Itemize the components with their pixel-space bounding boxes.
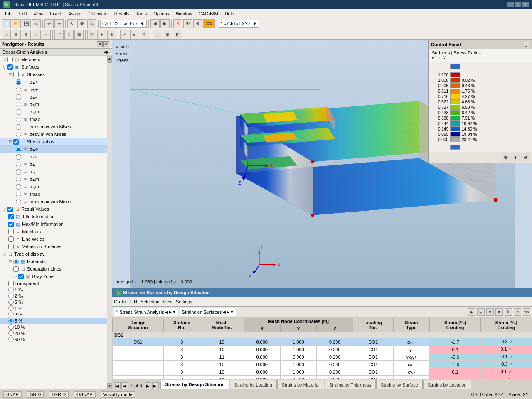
maximize-button[interactable]: □ [515, 2, 521, 7]
move-button[interactable]: ✥ [77, 19, 86, 28]
tree-rv-members[interactable]: ≡ Members [0, 228, 107, 235]
redo-button[interactable]: ↪ [54, 19, 64, 28]
title-bar-controls[interactable]: ─ □ ✕ [507, 2, 529, 7]
tree-sr-sigma1plus[interactable]: ≡ σ₁,+ [0, 145, 107, 153]
tb2-snap2[interactable]: ∔ [97, 30, 106, 39]
table-selection[interactable]: Selection [140, 299, 159, 304]
undo-button[interactable]: ↩ [44, 19, 54, 28]
sr-sigma1minus-radio[interactable] [16, 162, 21, 167]
cp-reset-button[interactable]: ↺ [521, 153, 530, 162]
tree-sigma2plus[interactable]: ≡ σ₂,+ [0, 86, 107, 93]
menu-cadbim[interactable]: CAD-BIM [195, 10, 221, 17]
vonmises-max-radio[interactable] [16, 124, 21, 130]
cp-settings-button[interactable]: ⚙ [501, 153, 510, 162]
tree-stress-ratios[interactable]: ▽ ≡ Stress Ratios [0, 138, 107, 145]
sr-sigma2plus-radio[interactable] [16, 154, 21, 160]
tb2-btn3[interactable]: ⊟ [22, 30, 31, 39]
table-btn5[interactable]: ✎ [505, 308, 512, 316]
title-info-checkbox[interactable] [8, 214, 14, 219]
tree-sr-sigma2minus[interactable]: ≡ σ₂,- [0, 168, 107, 175]
tb2-view3[interactable]: ▦ [74, 30, 84, 39]
tb2-snap1[interactable]: ◎ [87, 30, 96, 39]
tree-2pct[interactable]: 2 % [0, 311, 107, 318]
nav-left-arrow[interactable]: ◀ [103, 50, 106, 54]
stress-ratios-expand-icon[interactable]: ▽ [7, 139, 12, 144]
sigma2plus-radio[interactable] [16, 87, 21, 92]
open-button[interactable]: 📂 [12, 19, 21, 28]
sr-sigma2minus-radio[interactable] [16, 169, 21, 175]
sr-sigma1plus-radio[interactable] [16, 147, 21, 152]
tree-separation-lines[interactable]: ⊟ Separation Lines [0, 265, 107, 273]
table-btn3[interactable]: ≡ [486, 308, 494, 316]
table-row-5[interactable]: 3 11 0.000 0.500 0.290 CO1 ... ... ... ✓ [113, 376, 532, 379]
tree-sr-sigma1m[interactable]: ≡ σ₁,m [0, 175, 107, 183]
table-row-0[interactable]: DS1 3 10 0.000 1.000 0.290 CO1 εx,+ -1.7… [113, 338, 532, 346]
table-analysis-down[interactable]: ▼ [172, 310, 176, 314]
tree-sigma1m[interactable]: ≡ σ₂,m [0, 108, 107, 116]
osnap-button[interactable]: OSNAP [74, 391, 96, 398]
tb2-view2[interactable]: □ [64, 30, 74, 39]
hide-button[interactable]: 👁 [183, 19, 192, 28]
sr-vonmises-radio[interactable] [16, 199, 21, 204]
separation-lines-checkbox[interactable] [13, 266, 19, 272]
lc-dropdown[interactable]: Gg LC2 Live load ▼ [100, 20, 147, 28]
tree-sigma1minus[interactable]: ≡ σ₁,- [0, 93, 107, 101]
table-btn2[interactable]: ⊟ [477, 308, 485, 316]
prev-lc-button[interactable]: ◀ [150, 19, 160, 28]
tb2-btn2[interactable]: ⊞ [12, 30, 21, 39]
tab-loading[interactable]: Strains by Loading [230, 380, 277, 389]
tree-transparent[interactable]: Transparent [0, 280, 107, 286]
sr-sigma2m-radio[interactable] [16, 184, 21, 190]
10pct-radio[interactable] [8, 324, 14, 330]
tree-vonmises-m[interactable]: ≡ σeqv,m,von Mises [0, 131, 107, 138]
tree-surfaces[interactable]: ▽ ▣ Surfaces [0, 63, 107, 71]
table-result-dropdown[interactable]: Strains on Surfaces ◀ ▶ ▼ [180, 308, 236, 316]
tab-design-situation[interactable]: Strains by Design Situation [161, 380, 229, 389]
gray-zone-expand-icon[interactable]: ▷ [12, 274, 17, 279]
taumax-radio[interactable] [16, 117, 21, 122]
rv-members-checkbox[interactable] [8, 229, 14, 234]
vonmises-m-radio[interactable] [16, 132, 21, 137]
tb2-render3[interactable]: ◧ [173, 30, 182, 39]
table-view[interactable]: View [163, 299, 172, 304]
tab-material[interactable]: Strains by Material [277, 380, 324, 389]
nav-analysis-dropdown[interactable]: Stress-Strain Analysis ◀ ▶ [0, 49, 112, 56]
paging-last[interactable]: ▶| [152, 382, 159, 389]
table-analysis-dropdown[interactable]: S Stress-Strain Analysis ◀ ▶ ▼ [114, 308, 178, 316]
tree-sigma1plus[interactable]: ≡ σ₁,+ [0, 78, 107, 86]
menu-assign[interactable]: Assign [65, 10, 85, 17]
table-analysis-right[interactable]: ▶ [169, 310, 172, 314]
sigma1plus-radio[interactable] [16, 79, 21, 85]
navigator-controls[interactable]: ⧉ ✕ [97, 41, 109, 47]
table-settings[interactable]: Settings [176, 299, 192, 304]
menu-results[interactable]: Results [111, 10, 133, 17]
result-values-expand-icon[interactable]: ▽ [2, 207, 7, 212]
menu-options[interactable]: Options [150, 10, 172, 17]
grid-button[interactable]: GRID [27, 391, 44, 398]
50pct-radio[interactable] [8, 337, 14, 342]
table-result-right[interactable]: ▶ [227, 310, 229, 314]
1ppm-radio[interactable] [8, 287, 14, 292]
table-row-3[interactable]: 3 10 0.000 1.000 0.290 CO1 εx,- -1.6 -0.… [113, 361, 532, 368]
tb2-3d2[interactable]: ↙ [130, 30, 139, 39]
stresses-expand-icon[interactable]: ▽ [7, 72, 12, 77]
tree-sr-taumax[interactable]: ≡ τmax [0, 190, 107, 198]
tree-50pct[interactable]: 50 % [0, 336, 107, 342]
minimize-button[interactable]: ─ [507, 2, 514, 7]
5pct-radio[interactable] [8, 318, 14, 323]
table-edit[interactable]: Edit [129, 299, 137, 304]
nav-right-arrow[interactable]: ▶ [106, 50, 109, 54]
tree-sigma2minus[interactable]: ≡ σ₁,m [0, 101, 107, 108]
tree-vonmises-max[interactable]: ≡ σeqv,max,von Mises [0, 123, 107, 131]
tab-location[interactable]: Strains by Location [423, 380, 471, 389]
result-values-checkbox[interactable] [7, 207, 13, 212]
tree-title-info[interactable]: ▤ Title Information [0, 213, 107, 220]
visibility-button[interactable]: Visibility mode [101, 391, 135, 398]
tb2-btn5[interactable]: ≡ [42, 30, 51, 39]
tree-isobands[interactable]: ▽ ▦ Isobands [0, 258, 107, 265]
view-dropdown[interactable]: 1 - Global XYZ ▼ [219, 20, 259, 28]
tree-5pct[interactable]: 5 % [0, 318, 107, 324]
control-panel-minimize[interactable]: _ [524, 42, 529, 47]
5ppm-radio[interactable] [8, 299, 14, 305]
zoom-button[interactable]: 🔍 [87, 19, 96, 28]
